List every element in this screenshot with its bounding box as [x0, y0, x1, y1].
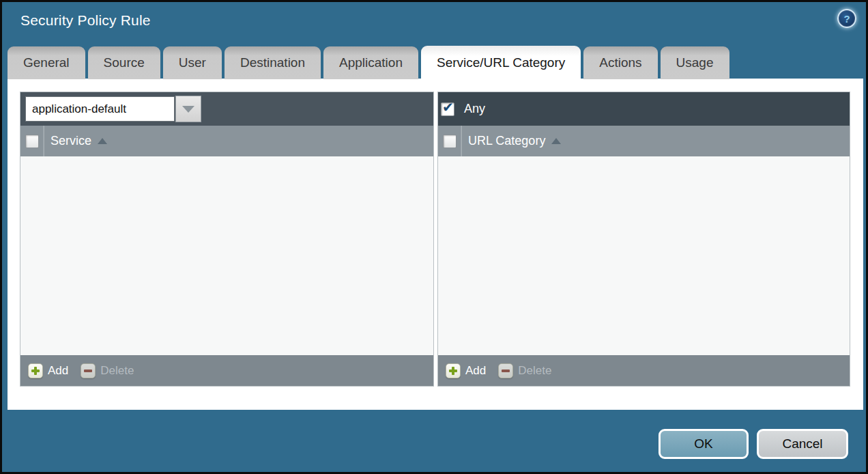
cancel-button[interactable]: Cancel: [757, 429, 848, 459]
service-dropdown-bar: application-default: [20, 92, 433, 126]
tab-service-url-category[interactable]: Service/URL Category: [421, 46, 581, 80]
tab-user[interactable]: User: [163, 46, 222, 79]
ok-button[interactable]: OK: [659, 429, 749, 459]
service-table-body[interactable]: [20, 156, 433, 355]
url-category-any-bar: Any: [438, 92, 850, 126]
url-category-panel: Any URL Category Add Delete: [437, 92, 850, 387]
tab-usage[interactable]: Usage: [661, 46, 729, 79]
service-panel: application-default Service Add Delete: [20, 92, 434, 387]
help-icon[interactable]: ?: [837, 9, 856, 28]
tab-source[interactable]: Source: [88, 46, 160, 79]
service-type-dropdown-button[interactable]: [175, 96, 201, 122]
url-category-add-label: Add: [465, 364, 486, 378]
url-category-delete-label: Delete: [518, 364, 551, 378]
any-checkbox[interactable]: [441, 102, 454, 116]
service-header-checkbox-cell: [20, 126, 44, 156]
chevron-down-icon: [182, 106, 194, 113]
minus-icon: [81, 363, 96, 378]
url-category-column-header[interactable]: URL Category: [468, 134, 545, 148]
sort-asc-icon[interactable]: [98, 138, 107, 144]
url-category-toolbar: Add Delete: [438, 355, 850, 386]
service-add-button[interactable]: Add: [28, 363, 68, 378]
url-category-delete-button[interactable]: Delete: [498, 363, 551, 378]
tab-content-service-url-category: application-default Service Add Delete: [8, 79, 863, 410]
service-delete-button[interactable]: Delete: [81, 363, 134, 378]
plus-icon: [446, 363, 461, 378]
sort-asc-icon[interactable]: [551, 138, 561, 144]
url-category-header-checkbox-cell: [438, 126, 461, 156]
tab-application[interactable]: Application: [323, 46, 418, 79]
tab-strip: General Source User Destination Applicat…: [8, 46, 860, 79]
url-category-add-button[interactable]: Add: [446, 363, 486, 378]
plus-icon: [28, 363, 43, 378]
minus-icon: [498, 363, 513, 378]
tab-actions[interactable]: Actions: [583, 46, 657, 79]
url-category-table-header: URL Category: [438, 126, 850, 156]
any-label: Any: [464, 102, 485, 116]
service-toolbar: Add Delete: [20, 355, 433, 386]
service-select-all-checkbox[interactable]: [25, 135, 39, 148]
url-category-select-all-checkbox[interactable]: [443, 135, 457, 148]
tab-destination[interactable]: Destination: [225, 46, 321, 79]
service-type-value[interactable]: application-default: [25, 96, 175, 122]
service-add-label: Add: [48, 364, 68, 378]
dialog-title: Security Policy Rule: [20, 12, 151, 29]
service-delete-label: Delete: [100, 364, 134, 378]
url-category-table-body[interactable]: [438, 156, 850, 355]
service-type-dropdown[interactable]: application-default: [25, 96, 201, 122]
tab-general[interactable]: General: [8, 46, 85, 79]
security-policy-rule-dialog: { "dialog": { "title": "Security Policy …: [0, 0, 868, 474]
service-table-header: Service: [20, 126, 433, 156]
service-column-header[interactable]: Service: [50, 134, 91, 148]
